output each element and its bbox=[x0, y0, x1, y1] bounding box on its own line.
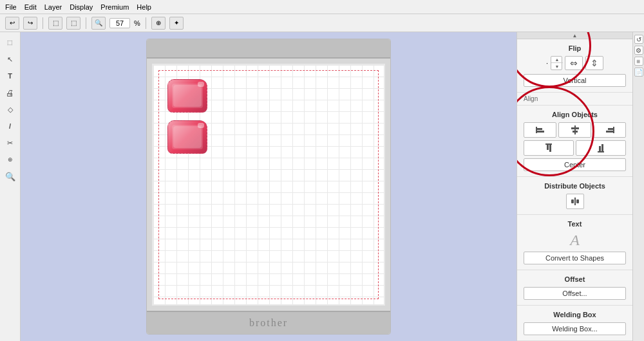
flip-up-arrow[interactable]: ▲ bbox=[551, 57, 563, 63]
shape-tool[interactable]: ◇ bbox=[3, 102, 18, 117]
tool-btn-4[interactable]: ✦ bbox=[169, 17, 184, 30]
svg-rect-4 bbox=[571, 127, 579, 129]
convert-to-shapes-button[interactable]: Convert to Shapes bbox=[524, 252, 626, 264]
svg-rect-11 bbox=[549, 145, 551, 152]
menu-display[interactable]: Display bbox=[70, 3, 93, 11]
board-bottom-bar: brother bbox=[147, 311, 390, 334]
machine-image-2[interactable] bbox=[167, 120, 207, 154]
svg-rect-9 bbox=[545, 143, 552, 145]
menu-edit[interactable]: Edit bbox=[24, 3, 37, 11]
flip-dot: · bbox=[546, 59, 548, 67]
welding-section: Welding Box Welding Box... bbox=[517, 306, 632, 341]
svg-rect-12 bbox=[598, 151, 604, 152]
vertical-button[interactable]: Vertical bbox=[524, 74, 626, 87]
flip-down-arrow[interactable]: ▼ bbox=[551, 63, 563, 69]
svg-rect-6 bbox=[613, 127, 614, 133]
undo-button[interactable]: ↩ bbox=[5, 17, 19, 30]
menu-premium[interactable]: Premium bbox=[100, 3, 129, 11]
svg-rect-13 bbox=[599, 146, 601, 151]
tool-btn-3[interactable]: ⊕ bbox=[151, 17, 166, 30]
svg-rect-2 bbox=[537, 131, 544, 133]
pointer-tool[interactable]: ↖ bbox=[3, 51, 18, 67]
design-board: brother bbox=[146, 39, 391, 335]
far-right-btn-3[interactable]: ≡ bbox=[634, 57, 643, 66]
svg-rect-5 bbox=[573, 131, 578, 133]
far-right-btn-2[interactable]: ⚙ bbox=[634, 46, 643, 55]
offset-title: Offset bbox=[524, 275, 626, 283]
cut-tool[interactable]: ✂ bbox=[3, 135, 18, 151]
distribute-title: Distribute Objects bbox=[524, 182, 626, 190]
welding-title: Welding Box bbox=[524, 311, 626, 318]
align-section: Align Objects bbox=[517, 106, 632, 177]
align-right-btn[interactable] bbox=[593, 122, 626, 138]
svg-rect-15 bbox=[574, 198, 576, 205]
select-tool[interactable]: ⬚ bbox=[3, 35, 18, 50]
flip-row: · ▲ ▼ ⇔ ⇕ bbox=[524, 56, 626, 70]
far-right-btn-1[interactable]: ↺ bbox=[634, 35, 643, 44]
menu-file[interactable]: File bbox=[5, 3, 17, 11]
flip-title: Flip bbox=[524, 44, 626, 52]
left-tools-panel: ⬚ ↖ T 🖨 ◇ / ✂ ⊕ 🔍 bbox=[0, 32, 21, 341]
flip-stepper[interactable]: ▲ ▼ bbox=[551, 56, 562, 70]
menu-bar: File Edit Layer Display Premium Help bbox=[0, 0, 644, 14]
svg-rect-7 bbox=[608, 128, 613, 130]
line-tool[interactable]: / bbox=[3, 118, 18, 134]
text-tool[interactable]: T bbox=[3, 68, 18, 84]
print-tool[interactable]: 🖨 bbox=[3, 85, 18, 100]
toolbar: ↩ ↪ ⬚ ⬚ 🔍 57 % ⊕ ✦ bbox=[0, 14, 644, 32]
zoom-percent: % bbox=[134, 19, 140, 27]
text-section-title: Text bbox=[524, 220, 626, 228]
align-objects-title: Align Objects bbox=[524, 111, 626, 118]
text-icon: A bbox=[524, 232, 626, 249]
svg-rect-16 bbox=[571, 199, 574, 203]
flip-horizontal-btn[interactable]: ⇔ bbox=[565, 56, 583, 70]
center-button[interactable]: Center bbox=[524, 158, 626, 171]
offset-button[interactable]: Offset... bbox=[524, 287, 626, 300]
node-tool[interactable]: ⊕ bbox=[3, 152, 18, 167]
board-top-bar bbox=[147, 39, 390, 59]
align-grid-row2 bbox=[524, 140, 626, 156]
zoom-btn[interactable]: 🔍 bbox=[91, 17, 106, 30]
offset-section: Offset Offset... bbox=[517, 270, 632, 306]
tool-btn-2[interactable]: ⬚ bbox=[66, 17, 80, 30]
align-left-btn[interactable] bbox=[524, 122, 556, 138]
scroll-up-arrow[interactable]: ▲ bbox=[517, 32, 632, 39]
align-center-h-btn[interactable] bbox=[558, 122, 591, 138]
distribute-section: Distribute Objects bbox=[517, 177, 632, 215]
welding-button[interactable]: Welding Box... bbox=[524, 322, 626, 335]
svg-rect-1 bbox=[537, 128, 542, 130]
far-right-btn-4[interactable]: 📄 bbox=[634, 68, 643, 77]
align-divider: Align bbox=[517, 93, 632, 106]
text-icon-container: A bbox=[524, 232, 626, 249]
main-content: ⬚ ↖ T 🖨 ◇ / ✂ ⊕ 🔍 bbox=[0, 32, 644, 341]
align-grid-row1 bbox=[524, 122, 626, 138]
svg-rect-8 bbox=[606, 131, 613, 133]
right-panel: ▲ Flip · ▲ ▼ ⇔ ⇕ Vertical Align Align Ob… bbox=[516, 32, 632, 341]
machine-image-1[interactable] bbox=[167, 79, 207, 113]
tool-btn-1[interactable]: ⬚ bbox=[48, 17, 62, 30]
align-top-btn[interactable] bbox=[524, 140, 574, 156]
distribute-h-btn[interactable] bbox=[566, 194, 584, 209]
far-right-panel: ↺ ⚙ ≡ 📄 bbox=[632, 32, 644, 341]
text-section: Text A Convert to Shapes bbox=[517, 215, 632, 270]
svg-rect-3 bbox=[574, 125, 576, 134]
zoom-tool[interactable]: 🔍 bbox=[3, 169, 18, 184]
toolbar-separator-2 bbox=[86, 17, 86, 29]
board-content bbox=[147, 59, 390, 311]
flip-section: Flip · ▲ ▼ ⇔ ⇕ Vertical bbox=[517, 39, 632, 93]
toolbar-separator bbox=[43, 17, 43, 29]
board-inner[interactable] bbox=[152, 64, 385, 306]
brand-label: brother bbox=[249, 317, 288, 329]
redo-button[interactable]: ↪ bbox=[23, 17, 37, 30]
distribute-row bbox=[524, 194, 626, 209]
canvas-area[interactable]: brother bbox=[21, 32, 516, 341]
menu-layer[interactable]: Layer bbox=[44, 3, 62, 11]
zoom-display: 57 bbox=[109, 18, 130, 28]
svg-rect-0 bbox=[536, 127, 537, 133]
svg-rect-10 bbox=[547, 145, 549, 150]
toolbar-separator-3 bbox=[146, 17, 146, 29]
align-bottom-btn[interactable] bbox=[576, 140, 626, 156]
svg-rect-17 bbox=[576, 199, 579, 203]
menu-help[interactable]: Help bbox=[137, 3, 151, 11]
flip-vertical-btn[interactable]: ⇕ bbox=[585, 56, 603, 70]
